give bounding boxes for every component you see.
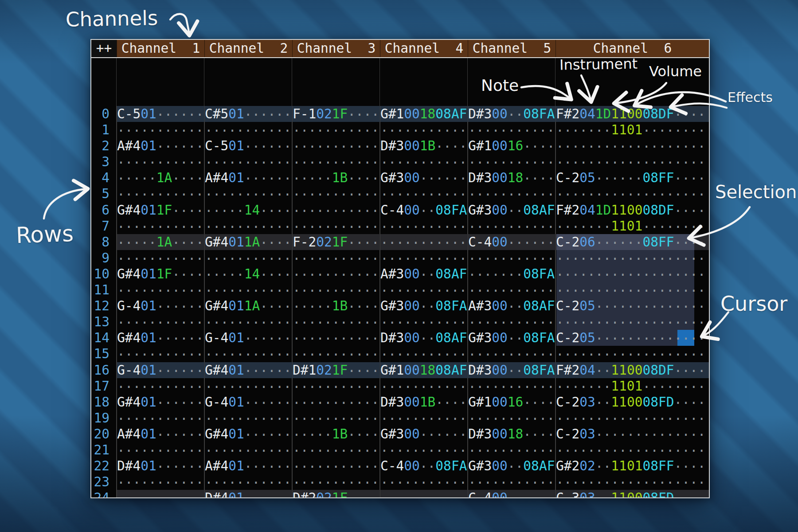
pattern-cell-ch2[interactable]: G#401...... [204, 362, 292, 378]
pattern-cell-ch5[interactable]: .......08FA [468, 266, 555, 282]
pattern-cell-ch2[interactable]: A#401...... [204, 458, 292, 474]
pattern-cell-ch2[interactable]: ........... [204, 410, 292, 426]
pattern-cell-ch2[interactable]: G#401...... [204, 426, 292, 442]
pattern-cell-ch5[interactable]: G#300..08AF [468, 458, 555, 474]
pattern-cell-ch5[interactable]: G#300..08FA [468, 330, 555, 346]
channel-header-2[interactable]: Channel 2 [204, 40, 292, 57]
pattern-cell-ch1[interactable]: ........... [117, 378, 204, 394]
pattern-cell-ch3[interactable]: .....1B.... [292, 426, 380, 442]
pattern-cell-ch5[interactable]: ........... [468, 186, 555, 202]
pattern-cell-ch3[interactable]: D#2021F.... [292, 490, 380, 498]
pattern-cell-ch2[interactable]: .....14.... [204, 202, 292, 218]
pattern-cell-ch2[interactable]: ........... [204, 122, 292, 138]
pattern-cell-ch3[interactable]: ........... [292, 346, 380, 362]
pattern-cell-ch5[interactable]: ........... [468, 442, 555, 458]
pattern-cell-ch3[interactable]: .....1B.... [292, 298, 380, 314]
pattern-cell-ch2[interactable]: ........... [204, 474, 292, 490]
pattern-cell-ch3[interactable]: F-1021F.... [292, 106, 380, 122]
pattern-cell-ch4[interactable]: ........... [380, 378, 468, 394]
pattern-cell-ch5[interactable]: G#10016.... [468, 394, 555, 410]
pattern-cell-ch4[interactable]: ........... [380, 442, 468, 458]
pattern-cell-ch2[interactable]: C#501...... [204, 106, 292, 122]
pattern-cell-ch2[interactable]: G-401...... [204, 394, 292, 410]
pattern-cell-ch2[interactable]: ........... [204, 346, 292, 362]
pattern-cell-ch3[interactable]: ........... [292, 458, 380, 474]
pattern-cell-ch5[interactable]: A#300..08AF [468, 298, 555, 314]
pattern-cell-ch4[interactable]: ........... [380, 154, 468, 170]
pattern-cell-ch3[interactable]: ........... [292, 442, 380, 458]
pattern-cell-ch5[interactable]: D#300..08FA [468, 106, 555, 122]
pattern-cell-ch6[interactable]: .......1101........ [555, 122, 709, 138]
pattern-cell-ch3[interactable]: ........... [292, 314, 380, 330]
pattern-cell-ch3[interactable]: ........... [292, 122, 380, 138]
pattern-cell-ch6[interactable]: ................... [555, 186, 709, 202]
pattern-cell-ch1[interactable]: ........... [117, 314, 204, 330]
pattern-cell-ch5[interactable]: D#30018.... [468, 170, 555, 186]
pattern-cell-ch1[interactable]: ........... [117, 490, 204, 498]
pattern-cell-ch6[interactable]: ................... [555, 346, 709, 362]
pattern-cell-ch1[interactable]: A#401...... [117, 426, 204, 442]
pattern-cell-ch3[interactable]: ........... [292, 378, 380, 394]
pattern-cell-ch6[interactable]: G#202..110108FF.... [555, 458, 709, 474]
pattern-cell-ch1[interactable]: ........... [117, 218, 204, 234]
pattern-cell-ch2[interactable]: .....14.... [204, 266, 292, 282]
pattern-cell-ch1[interactable]: ........... [117, 346, 204, 362]
pattern-cell-ch5[interactable]: C-400...... [468, 490, 555, 498]
pattern-cell-ch5[interactable]: ........... [468, 346, 555, 362]
pattern-cell-ch6[interactable]: ................... [555, 410, 709, 426]
channel-header-1[interactable]: Channel 1 [117, 40, 204, 57]
pattern-cell-ch4[interactable]: C-400..08FA [380, 458, 468, 474]
pattern-cell-ch4[interactable]: G#300..08FA [380, 298, 468, 314]
pattern-cell-ch5[interactable]: ........... [468, 282, 555, 298]
pattern-cell-ch1[interactable]: ........... [117, 442, 204, 458]
pattern-cell-ch1[interactable]: D#401...... [117, 458, 204, 474]
pattern-cell-ch3[interactable]: ........... [292, 330, 380, 346]
pattern-cell-ch5[interactable]: ........... [468, 314, 555, 330]
pattern-cell-ch3[interactable]: ........... [292, 138, 380, 154]
pattern-cell-ch6[interactable]: ................... [555, 154, 709, 170]
pattern-cell-ch4[interactable]: G#300...... [380, 426, 468, 442]
pattern-cell-ch4[interactable]: D#3001B.... [380, 394, 468, 410]
pattern-cell-ch1[interactable]: G#401...... [117, 330, 204, 346]
pattern-cell-ch3[interactable]: ........... [292, 394, 380, 410]
pattern-cell-ch6[interactable]: C-205......08FF.... [555, 170, 709, 186]
channel-header-6[interactable]: Channel 6 [555, 40, 709, 57]
pattern-cell-ch5[interactable]: ........... [468, 218, 555, 234]
pattern-cell-ch2[interactable]: G-401...... [204, 330, 292, 346]
pattern-cell-ch1[interactable]: ........... [117, 474, 204, 490]
pattern-cell-ch1[interactable]: G#401...... [117, 394, 204, 410]
pattern-cell-ch4[interactable]: ........... [380, 250, 468, 266]
pattern-cell-ch1[interactable]: ........... [117, 154, 204, 170]
pattern-cell-ch2[interactable]: ........... [204, 282, 292, 298]
pattern-cell-ch3[interactable]: ........... [292, 154, 380, 170]
pattern-cell-ch2[interactable]: ........... [204, 250, 292, 266]
pattern-cell-ch1[interactable]: A#401...... [117, 138, 204, 154]
pattern-cell-ch2[interactable]: G#4011A.... [204, 234, 292, 250]
pattern-cell-ch2[interactable]: D#401...... [204, 490, 292, 498]
pattern-cell-ch1[interactable]: ........... [117, 410, 204, 426]
pattern-cell-ch3[interactable]: ........... [292, 186, 380, 202]
pattern-cell-ch2[interactable]: C-501...... [204, 138, 292, 154]
pattern-cell-ch2[interactable]: ........... [204, 378, 292, 394]
pattern-cell-ch6[interactable]: ................... [555, 138, 709, 154]
pattern-cell-ch4[interactable]: ........... [380, 234, 468, 250]
pattern-cell-ch5[interactable]: D#30018.... [468, 426, 555, 442]
pattern-cell-ch4[interactable]: ........... [380, 282, 468, 298]
pattern-cell-ch5[interactable]: C-400...... [468, 234, 555, 250]
pattern-cell-ch3[interactable]: D#1021F.... [292, 362, 380, 378]
pattern-cell-ch4[interactable]: ........... [380, 410, 468, 426]
pattern-cell-ch5[interactable]: ........... [468, 474, 555, 490]
pattern-cell-ch6[interactable]: F#2041D110008DF.... [555, 106, 709, 122]
pattern-cell-ch6[interactable]: .......1101........ [555, 378, 709, 394]
pattern-cell-ch4[interactable]: G#300...... [380, 170, 468, 186]
pattern-cell-ch6[interactable]: C-203.............. [555, 426, 709, 442]
pattern-cell-ch1[interactable]: G-401...... [117, 298, 204, 314]
pattern-cell-ch2[interactable]: ........... [204, 442, 292, 458]
pattern-cell-ch3[interactable]: ........... [292, 410, 380, 426]
pattern-cell-ch4[interactable]: ........... [380, 474, 468, 490]
pattern-cell-ch6[interactable]: .......1101........ [555, 218, 709, 234]
pattern-cell-ch3[interactable]: F-2021F.... [292, 234, 380, 250]
pattern-cell-ch3[interactable]: ........... [292, 474, 380, 490]
pattern-cell-ch2[interactable]: G#4011A.... [204, 298, 292, 314]
pattern-cell-ch6[interactable]: ................... [555, 474, 709, 490]
